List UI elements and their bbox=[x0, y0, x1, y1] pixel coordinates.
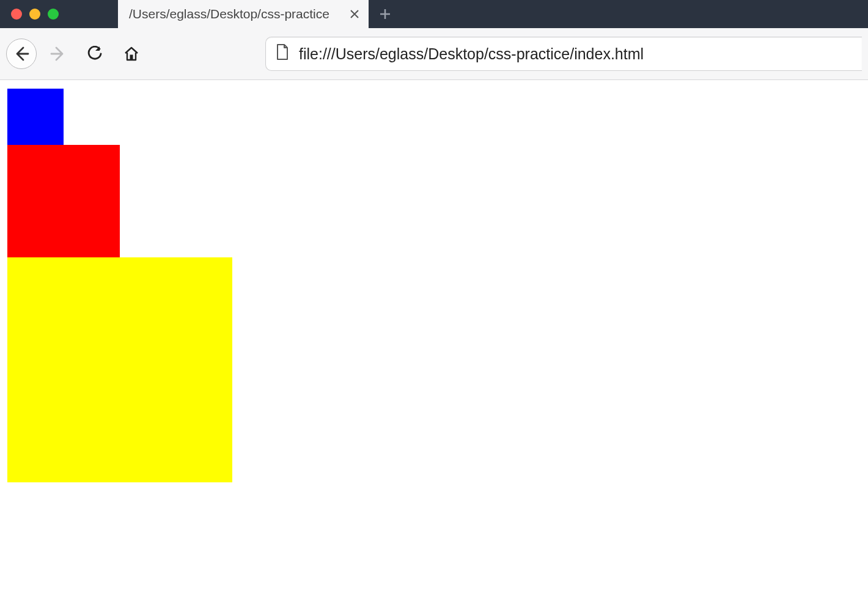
file-icon bbox=[276, 43, 289, 64]
nav-buttons bbox=[6, 39, 147, 69]
new-tab-button[interactable] bbox=[369, 0, 402, 28]
window-close-button[interactable] bbox=[11, 9, 22, 20]
home-button[interactable] bbox=[116, 39, 147, 69]
forward-button[interactable] bbox=[43, 39, 73, 69]
red-box bbox=[7, 145, 120, 257]
window-minimize-button[interactable] bbox=[29, 9, 40, 20]
back-button[interactable] bbox=[6, 39, 37, 69]
window-titlebar: /Users/eglass/Desktop/css-practice bbox=[0, 0, 868, 28]
reload-button[interactable] bbox=[79, 39, 110, 69]
tab-strip: /Users/eglass/Desktop/css-practice bbox=[118, 0, 868, 28]
url-bar[interactable]: file:///Users/eglass/Desktop/css-practic… bbox=[265, 37, 862, 71]
browser-tab[interactable]: /Users/eglass/Desktop/css-practice bbox=[118, 0, 369, 28]
window-maximize-button[interactable] bbox=[48, 9, 59, 20]
svg-rect-0 bbox=[130, 55, 133, 60]
tab-title: /Users/eglass/Desktop/css-practice bbox=[129, 7, 342, 21]
browser-toolbar: file:///Users/eglass/Desktop/css-practic… bbox=[0, 28, 868, 80]
yellow-box bbox=[7, 257, 232, 482]
url-text: file:///Users/eglass/Desktop/css-practic… bbox=[299, 45, 644, 63]
window-controls bbox=[0, 0, 118, 28]
page-content bbox=[0, 80, 868, 482]
close-tab-icon[interactable] bbox=[348, 7, 361, 21]
url-bar-container: file:///Users/eglass/Desktop/css-practic… bbox=[265, 37, 862, 71]
blue-box bbox=[7, 89, 64, 145]
